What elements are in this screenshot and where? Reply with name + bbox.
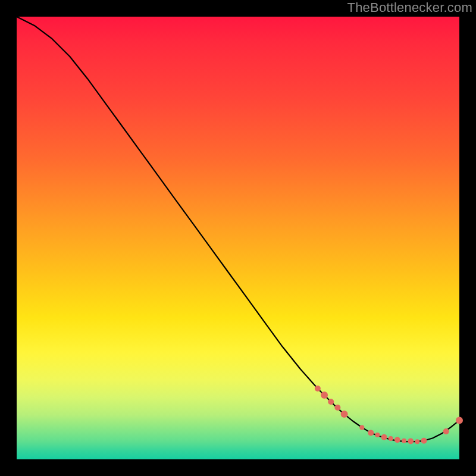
marker-group	[315, 386, 463, 444]
chart-svg	[17, 17, 459, 459]
marker-point	[341, 411, 348, 418]
watermark-text: TheBottlenecker.com	[347, 0, 472, 15]
marker-point	[321, 392, 328, 399]
marker-point	[415, 439, 419, 444]
marker-point	[368, 430, 374, 436]
plot-area	[17, 17, 459, 459]
marker-point	[456, 417, 463, 424]
chart-stage: TheBottlenecker.com	[0, 0, 476, 476]
marker-point	[394, 437, 400, 443]
marker-point	[328, 399, 334, 405]
marker-point	[389, 436, 393, 441]
marker-point	[421, 438, 427, 444]
marker-point	[443, 428, 449, 434]
marker-point	[381, 434, 387, 440]
bottleneck-curve	[17, 17, 459, 441]
marker-point	[315, 386, 321, 392]
marker-point	[375, 433, 380, 437]
marker-point	[359, 425, 364, 430]
marker-point	[408, 439, 414, 444]
marker-point	[334, 405, 340, 411]
marker-point	[402, 439, 406, 443]
